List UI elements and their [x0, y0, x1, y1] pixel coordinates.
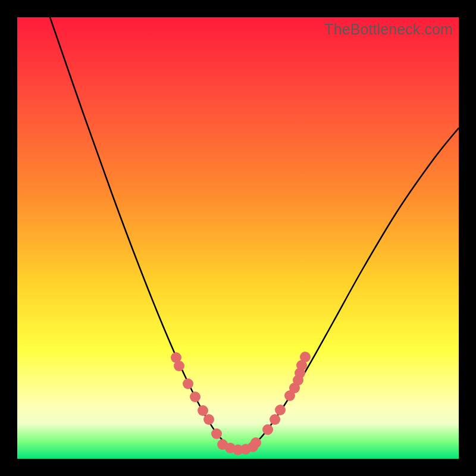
marker-dot — [203, 414, 214, 425]
marker-layer — [171, 352, 311, 455]
marker-dot — [300, 352, 311, 362]
marker-dot — [211, 428, 222, 439]
marker-dot — [270, 414, 280, 425]
marker-dot — [190, 392, 201, 402]
marker-dot — [174, 361, 184, 371]
marker-dot — [262, 424, 273, 435]
plot-area: TheBottleneck.com — [17, 17, 459, 459]
figure-frame: TheBottleneck.com — [0, 0, 476, 476]
marker-dot — [275, 405, 286, 415]
marker-dot — [183, 378, 193, 389]
marker-dot — [248, 441, 258, 452]
bottleneck-curve — [50, 17, 459, 450]
marker-dot — [198, 405, 208, 416]
chart-svg — [17, 17, 459, 459]
curve-layer — [50, 17, 459, 450]
